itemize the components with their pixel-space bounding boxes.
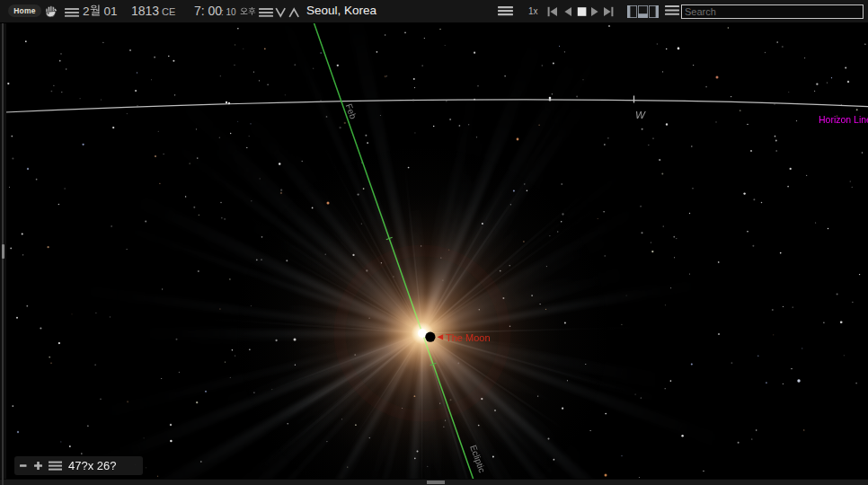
svg-text:The Moon: The Moon [446, 332, 491, 343]
svg-text:W: W [635, 110, 646, 120]
svg-text:Horizon Line: Horizon Line [819, 114, 868, 125]
svg-text:2: 2 [83, 4, 90, 18]
svg-text:01: 01 [103, 4, 117, 18]
